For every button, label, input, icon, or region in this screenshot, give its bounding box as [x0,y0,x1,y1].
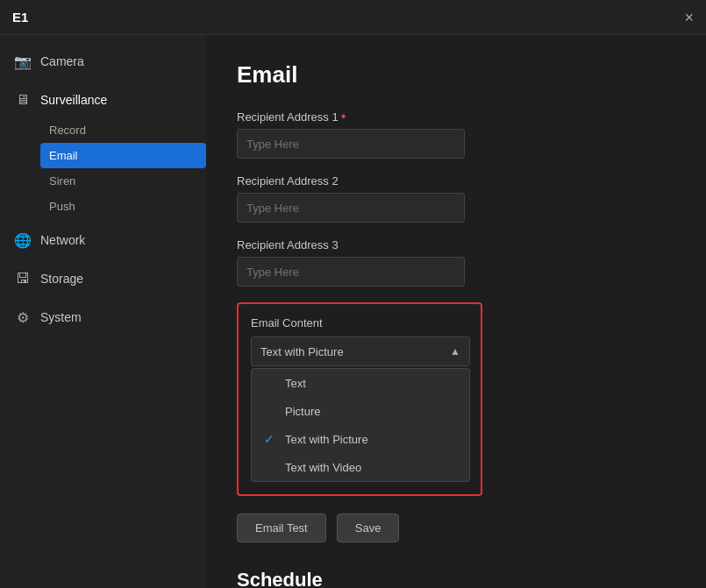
sidebar-sub-surveillance: Record Email Siren Push [0,117,206,219]
button-row: Email Test Save [237,514,675,542]
email-content-section: Email Content Text with Picture ▲ Text P… [237,302,482,496]
recipient2-group: Recipient Address 2 [237,174,675,223]
recipient3-group: Recipient Address 3 [237,238,675,287]
sidebar-label-system: System [40,310,82,324]
recipient2-label: Recipient Address 2 [237,174,675,188]
surveillance-icon: 🖥 [14,91,32,109]
check-icon-text [264,376,278,390]
save-button[interactable]: Save [337,514,400,542]
sidebar-item-record[interactable]: Record [40,117,206,143]
check-icon-text-with-video [264,460,278,474]
sidebar-item-camera[interactable]: 📷 Camera [0,44,206,79]
sidebar-item-siren[interactable]: Siren [40,168,206,194]
camera-icon: 📷 [14,53,32,70]
sidebar-item-network[interactable]: 🌐 Network [0,223,206,258]
dropdown-selected[interactable]: Text with Picture ▲ [251,337,470,366]
recipient1-label: Recipient Address 1 • [237,110,675,124]
option-text-with-picture-label: Text with Picture [285,433,368,446]
storage-icon: 🖫 [14,270,32,287]
option-text-with-video[interactable]: Text with Video [252,453,469,481]
recipient2-input[interactable] [237,193,465,223]
titlebar: E1 × [0,0,706,35]
system-icon: ⚙ [14,308,32,326]
sidebar-section-surveillance: 🖥 Surveillance Record Email Siren Push [0,82,206,219]
sidebar-item-system[interactable]: ⚙ System [0,300,206,335]
sidebar-section-network: 🌐 Network [0,223,206,258]
sidebar-section-camera: 📷 Camera [0,44,206,79]
main-content: Email Recipient Address 1 • Recipient Ad… [206,35,706,588]
sidebar-label-surveillance: Surveillance [40,93,107,107]
required-indicator: • [341,110,346,124]
network-icon: 🌐 [14,231,32,249]
recipient1-input[interactable] [237,129,465,159]
dropdown-selected-text: Text with Picture [260,345,344,358]
option-text-label: Text [285,377,306,390]
option-text-with-picture[interactable]: ✓ Text with Picture [252,425,469,453]
email-content-label: Email Content [251,316,468,329]
page-title: Email [237,61,675,89]
option-text-with-video-label: Text with Video [285,461,361,474]
email-test-button[interactable]: Email Test [237,514,326,542]
app-title: E1 [12,10,28,25]
option-picture-label: Picture [285,405,320,418]
email-content-dropdown: Text with Picture ▲ Text Picture ✓ Text … [251,337,470,482]
sidebar: 📷 Camera 🖥 Surveillance Record Email Sir… [0,35,206,588]
sidebar-section-storage: 🖫 Storage [0,261,206,296]
option-text[interactable]: Text [252,369,469,397]
sidebar-item-email[interactable]: Email [40,143,206,168]
app-layout: 📷 Camera 🖥 Surveillance Record Email Sir… [0,35,706,588]
sidebar-section-system: ⚙ System [0,300,206,335]
chevron-up-icon: ▲ [450,345,460,358]
sidebar-item-push[interactable]: Push [40,194,206,219]
close-button[interactable]: × [684,10,694,25]
sidebar-label-network: Network [40,233,85,247]
check-icon-picture [264,404,278,418]
dropdown-menu: Text Picture ✓ Text with Picture Text wi… [251,368,470,482]
schedule-title: Schedule [237,569,675,588]
check-icon-text-with-picture: ✓ [264,432,278,446]
sidebar-label-storage: Storage [40,272,83,286]
sidebar-label-camera: Camera [40,54,84,68]
recipient3-input[interactable] [237,257,465,287]
recipient1-group: Recipient Address 1 • [237,110,675,159]
sidebar-item-storage[interactable]: 🖫 Storage [0,261,206,296]
recipient3-label: Recipient Address 3 [237,238,675,251]
option-picture[interactable]: Picture [252,397,469,425]
sidebar-item-surveillance[interactable]: 🖥 Surveillance [0,82,206,117]
